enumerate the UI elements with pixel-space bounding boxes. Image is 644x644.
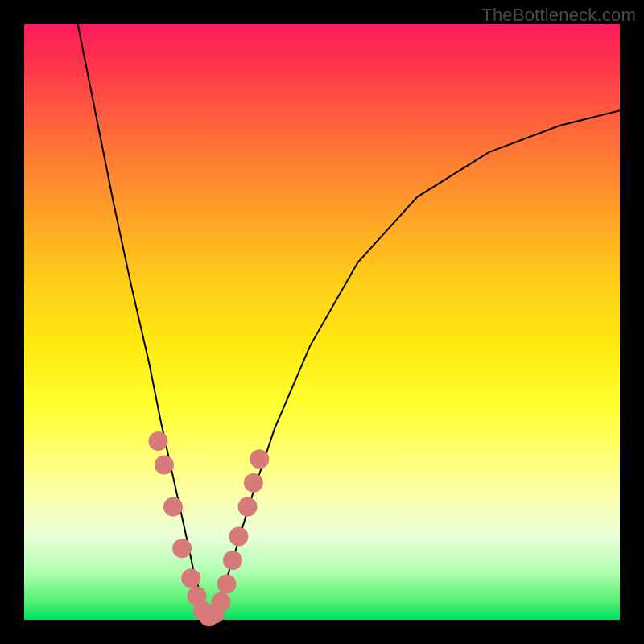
marker-dot [163, 497, 183, 516]
marker-dot [211, 592, 230, 612]
marker-dot [223, 551, 242, 570]
marker-dot [250, 449, 269, 469]
marker-dot [229, 526, 248, 546]
chart-svg [24, 24, 620, 620]
marker-dot [181, 568, 200, 588]
marker-dot [238, 497, 258, 516]
lines-layer [78, 24, 620, 620]
markers-layer [149, 431, 270, 626]
marker-dot [149, 431, 168, 451]
marker-dot [244, 473, 263, 493]
plot-area [24, 24, 620, 620]
curve-left-branch [78, 24, 209, 620]
marker-dot [155, 456, 174, 475]
marker-dot [172, 539, 192, 558]
curve-right-branch [208, 110, 620, 620]
marker-dot [217, 575, 237, 594]
watermark-text: TheBottleneck.com [481, 5, 636, 26]
